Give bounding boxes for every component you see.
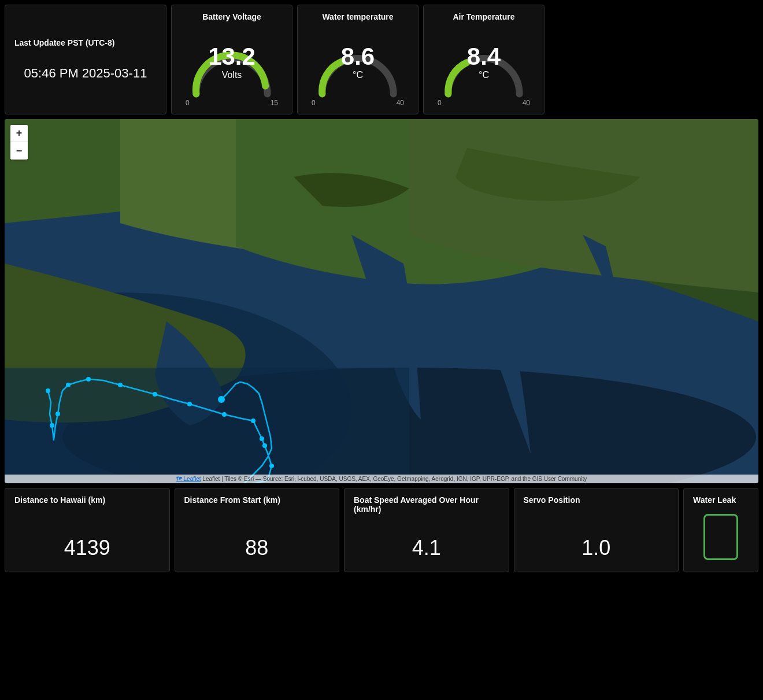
battery-min: 0 [186,99,190,107]
svg-point-16 [260,436,264,441]
water-temp-gauge: 8.6 °C [312,28,404,98]
servo-position-card: Servo Position 1.0 [514,488,679,572]
air-temp-title: Air Temperature [453,12,514,21]
svg-point-15 [269,464,274,468]
distance-start-card: Distance From Start (km) 88 [175,488,340,572]
servo-position-value: 1.0 [524,531,669,565]
svg-point-17 [218,396,225,403]
air-temp-card: Air Temperature 8.4 °C 0 40 [423,5,545,114]
water-temp-gauge-labels: 0 40 [312,99,404,107]
air-temp-unit: °C [438,70,530,80]
svg-point-4 [46,388,50,393]
svg-point-14 [262,443,267,448]
last-updated-card: Last Updatee PST (UTC-8) 05:46 PM 2025-0… [5,5,166,114]
svg-point-10 [153,392,157,397]
attribution-text: Leaflet | Tiles © Esri — Source: Esri, i… [202,476,587,482]
battery-voltage-card: Battery Voltage 13.2 Volts 0 15 [171,5,292,114]
svg-point-9 [118,383,123,387]
water-temp-title: Water temperature [322,12,393,21]
map-zoom-controls[interactable]: + − [10,125,28,160]
distance-start-title: Distance From Start (km) [184,495,330,505]
zoom-out-button[interactable]: − [10,142,28,160]
svg-point-5 [50,423,54,428]
svg-point-8 [86,377,91,382]
map-area[interactable]: + − 🗺 Leaflet Leaflet | Tiles © Esri — S… [5,119,758,483]
boat-track [5,119,758,483]
svg-point-7 [66,383,71,387]
svg-point-6 [55,412,60,416]
battery-max: 15 [271,99,278,107]
bottom-cards-row: Distance to Hawaii (km) 4139 Distance Fr… [0,483,763,577]
water-temp-card: Water temperature 8.6 °C 0 40 [297,5,418,114]
battery-value: 13.2 [186,45,278,69]
boat-speed-title: Boat Speed Averaged Over Hour (km/hr) [354,495,499,514]
battery-unit: Volts [186,70,278,80]
air-temp-max: 40 [523,99,530,107]
battery-gauge-labels: 0 15 [186,99,278,107]
leaflet-link[interactable]: 🗺 Leaflet [176,476,201,482]
water-temp-value: 8.6 [312,45,404,69]
distance-start-value: 88 [184,531,330,565]
last-updated-title: Last Updatee PST (UTC-8) [14,38,157,47]
boat-speed-value: 4.1 [354,531,499,565]
distance-hawaii-title: Distance to Hawaii (km) [14,495,160,505]
water-leak-title: Water Leak [693,495,749,505]
boat-speed-card: Boat Speed Averaged Over Hour (km/hr) 4.… [344,488,509,572]
map-attribution: 🗺 Leaflet Leaflet | Tiles © Esri — Sourc… [5,475,758,483]
timestamp-value: 05:46 PM 2025-03-11 [14,66,157,81]
distance-hawaii-card: Distance to Hawaii (km) 4139 [5,488,170,572]
water-leak-card: Water Leak [683,488,758,572]
svg-point-13 [251,418,255,423]
air-temp-gauge: 8.4 °C [438,28,530,98]
air-temp-min: 0 [438,99,442,107]
zoom-in-button[interactable]: + [10,125,28,142]
water-temp-unit: °C [312,70,404,80]
water-temp-max: 40 [397,99,404,107]
water-temp-min: 0 [312,99,316,107]
air-temp-gauge-labels: 0 40 [438,99,530,107]
distance-hawaii-value: 4139 [14,531,160,565]
air-temp-value: 8.4 [438,45,530,69]
top-cards-row: Last Updatee PST (UTC-8) 05:46 PM 2025-0… [0,0,763,119]
water-leak-indicator [703,514,738,560]
battery-gauge: 13.2 Volts [186,28,278,98]
svg-point-12 [222,412,227,417]
servo-position-title: Servo Position [524,495,669,505]
svg-point-11 [187,402,192,406]
map-container[interactable]: + − 🗺 Leaflet Leaflet | Tiles © Esri — S… [5,119,758,483]
battery-title: Battery Voltage [202,12,261,21]
